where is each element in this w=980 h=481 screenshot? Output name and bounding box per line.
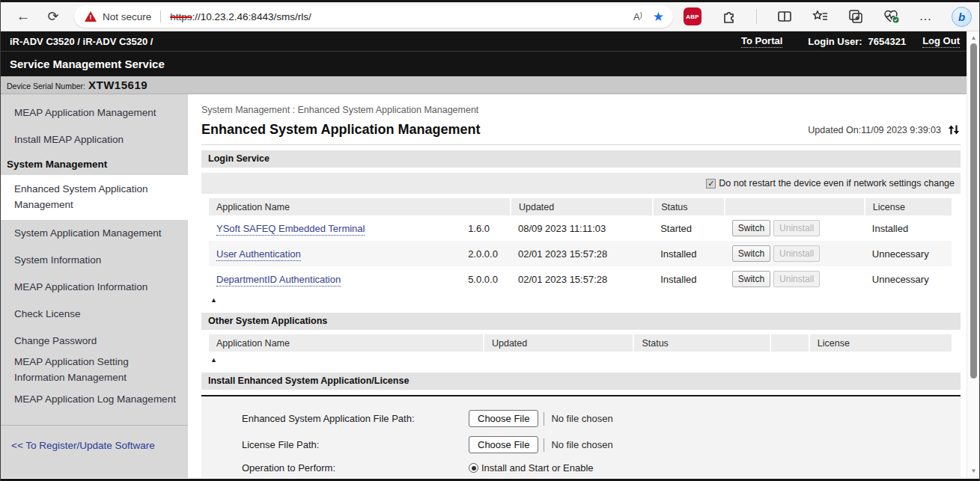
sidebar-section-system-management: System Management [1, 153, 188, 175]
browser-essentials-icon[interactable] [883, 8, 900, 25]
sidebar-item-meap-application-information[interactable]: MEAP Application Information [1, 274, 188, 301]
radio-install-and-start[interactable]: Install and Start or Enable [469, 462, 594, 474]
sidebar-item-check-license[interactable]: Check License [1, 301, 188, 328]
device-header: iR-ADV C3520 / iR-ADV C3520 / To Portal … [1, 31, 979, 51]
read-aloud-icon[interactable]: A) [633, 11, 642, 22]
col-updated: Updated [511, 198, 653, 215]
uninstall-button[interactable]: Uninstall [773, 271, 820, 287]
not-secure-label[interactable]: Not secure [103, 11, 151, 22]
back-icon[interactable]: ← [11, 4, 35, 28]
sidebar-item-system-information[interactable]: System Information [1, 247, 188, 274]
browser-window: ← ⟳ ! Not secure https://10.23.2.46:8443… [0, 0, 980, 481]
copilot-icon[interactable]: b [952, 7, 972, 27]
scroll-to-top-icon[interactable]: ▲ [209, 297, 219, 303]
url-rest: ://10.23.2.46:8443/sms/rls/ [192, 11, 311, 22]
url-text[interactable]: https://10.23.2.46:8443/sms/rls/ [170, 11, 311, 22]
url-scheme: https [170, 11, 192, 22]
adblock-icon[interactable]: ABP [684, 7, 701, 25]
sidebar-item-install-meap-application[interactable]: Install MEAP Application [1, 126, 188, 153]
switch-button[interactable]: Switch [732, 220, 770, 236]
do-not-restart-label: Do not restart the device even if networ… [719, 178, 955, 189]
file-input-divider [544, 412, 544, 426]
page-title: Enhanced System Application Management [201, 122, 808, 138]
file-chosen-status: No file chosen [551, 413, 612, 424]
app-license: Unnecessary [865, 241, 952, 266]
install-section-header: Install Enhanced System Application/Lice… [201, 373, 961, 390]
table-header-row: Application Name Updated Status License [209, 198, 952, 215]
collections-icon[interactable] [847, 8, 864, 25]
table-header-row: Application Name Updated Status License [209, 334, 952, 352]
sidebar-item-meap-application-management[interactable]: MEAP Application Management [1, 99, 188, 126]
col-status: Status [633, 334, 770, 352]
uninstall-button[interactable]: Uninstall [773, 220, 820, 236]
favorites-icon[interactable] [812, 8, 829, 25]
scrollbar-down-icon[interactable]: ▼ [967, 468, 980, 474]
serial-bar: Device Serial Number: XTW15619 [1, 76, 979, 94]
service-title: Service Management Service [10, 58, 165, 70]
app-link-ysoft-safeq[interactable]: YSoft SAFEQ Embedded Terminal [216, 223, 365, 236]
other-apps-header: Other System Applications [201, 313, 961, 330]
col-license: License [865, 198, 952, 215]
app-link-user-authentication[interactable]: User Authentication [216, 248, 301, 261]
operation-label: Operation to Perform: [242, 462, 469, 474]
breadcrumb: System Management : Enhanced System Appl… [201, 105, 961, 115]
app-status: Installed [653, 241, 725, 266]
browser-toolbar: ← ⟳ ! Not secure https://10.23.2.46:8443… [1, 0, 979, 31]
col-actions [770, 334, 809, 352]
scroll-to-top-icon[interactable]: ▲ [209, 357, 219, 363]
sidebar-item-system-application-management[interactable]: System Application Management [1, 220, 188, 247]
license-file-path-row: License File Path: Choose File No file c… [242, 432, 961, 458]
sidebar-item-meap-application-setting-information-management[interactable]: MEAP Application Setting Information Man… [1, 355, 188, 386]
app-license: Unnecessary [865, 266, 952, 292]
title-divider [201, 144, 961, 145]
to-portal-link[interactable]: To Portal [741, 35, 782, 48]
scrollbar-up-icon[interactable]: ▲ [967, 34, 980, 41]
vertical-scrollbar[interactable]: ▲ ▼ [967, 31, 979, 479]
web-page: iR-ADV C3520 / iR-ADV C3520 / To Portal … [1, 31, 979, 479]
switch-button[interactable]: Switch [732, 271, 770, 287]
table-row: DepartmentID Authentication 5.0.0.0 02/0… [209, 266, 952, 292]
sidebar-item-enhanced-system-application-management[interactable]: Enhanced System Application Management [1, 175, 188, 220]
refresh-icon[interactable]: ⟳ [41, 4, 65, 28]
not-secure-warning-icon[interactable]: ! [85, 11, 97, 22]
restart-option-bar: ✓ Do not restart the device even if netw… [201, 173, 961, 194]
file-input-divider [544, 438, 544, 452]
other-apps-table: Application Name Updated Status License [209, 334, 952, 352]
choose-file-button[interactable]: Choose File [469, 436, 538, 453]
scrollbar-thumb[interactable] [970, 43, 977, 379]
app-link-departmentid-authentication[interactable]: DepartmentID Authentication [216, 274, 341, 287]
split-screen-icon[interactable] [776, 8, 793, 25]
refresh-sync-icon[interactable] [947, 123, 961, 136]
app-file-path-label: Enhanced System Application File Path: [242, 413, 469, 424]
license-file-path-label: License File Path: [242, 439, 469, 450]
favorite-star-icon[interactable]: ★ [653, 9, 664, 25]
install-form: Enhanced System Application File Path: C… [201, 395, 961, 478]
to-register-update-software-link[interactable]: << To Register/Update Software [1, 426, 188, 453]
do-not-restart-checkbox[interactable]: ✓ [706, 179, 716, 189]
col-license: License [809, 334, 952, 352]
serial-value: XTW15619 [88, 79, 147, 91]
switch-button[interactable]: Switch [732, 245, 770, 262]
file-chosen-status: No file chosen [551, 439, 612, 450]
serial-label: Device Serial Number: [7, 82, 85, 91]
settings-menu-icon[interactable]: … [919, 9, 932, 24]
log-out-link[interactable]: Log Out [922, 35, 960, 48]
checkbox-check-icon: ✓ [707, 179, 714, 189]
sidebar-item-meap-application-log-management[interactable]: MEAP Application Log Management [1, 386, 188, 413]
app-version: 1.6.0 [460, 215, 511, 241]
table-row: User Authentication 2.0.0.0 02/01 2023 1… [209, 241, 952, 266]
address-divider [160, 10, 161, 22]
app-version: 5.0.0.0 [460, 266, 511, 292]
app-license: Installed [865, 215, 952, 241]
table-row: YSoft SAFEQ Embedded Terminal 1.6.0 08/0… [209, 215, 952, 241]
app-file-path-row: Enhanced System Application File Path: C… [242, 405, 961, 432]
app-updated: 08/09 2023 11:11:03 [511, 215, 653, 241]
app-updated: 02/01 2023 15:57:28 [511, 266, 653, 292]
extension-icon[interactable] [721, 8, 737, 25]
address-bar[interactable]: ! Not secure https://10.23.2.46:8443/sms… [74, 5, 673, 28]
choose-file-button[interactable]: Choose File [469, 410, 538, 427]
sidebar: MEAP Application Management Install MEAP… [1, 94, 188, 478]
sidebar-item-change-password[interactable]: Change Password [1, 328, 188, 355]
app-status: Installed [653, 266, 725, 292]
uninstall-button[interactable]: Uninstall [773, 245, 820, 262]
